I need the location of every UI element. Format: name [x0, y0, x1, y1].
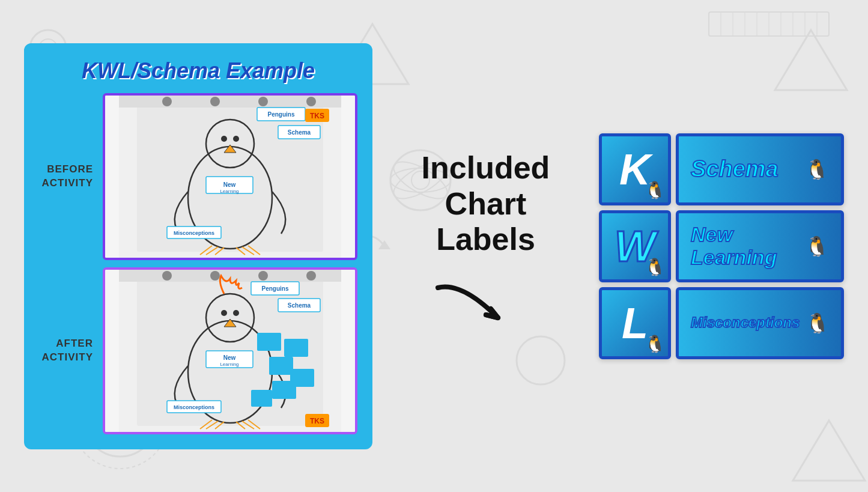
svg-point-53	[306, 271, 316, 281]
l-card: L 🐧	[599, 287, 671, 359]
svg-rect-61	[269, 357, 293, 375]
k-card: K 🐧	[599, 133, 671, 205]
misconceptions-penguin: 🐧	[806, 312, 830, 335]
new-learning-label: NewLearning	[691, 223, 777, 269]
w-card: W 🐧	[599, 210, 671, 282]
schema-penguin: 🐧	[805, 158, 829, 181]
before-activity-image: Penguins Schema New Learning Misconcepti…	[103, 93, 357, 260]
svg-text:Misconceptions: Misconceptions	[174, 230, 214, 236]
misconceptions-card: Misconceptions 🐧	[676, 287, 844, 359]
svg-text:TKS: TKS	[310, 112, 324, 120]
kwl-letters: K 🐧 W 🐧 L 🐧	[599, 133, 671, 359]
svg-text:New: New	[223, 181, 236, 188]
svg-text:Learning: Learning	[220, 362, 238, 367]
svg-text:Schema: Schema	[288, 302, 311, 309]
svg-text:New: New	[223, 354, 236, 361]
schema-card: Schema 🐧	[676, 133, 844, 205]
center-section: Included Chart Labels	[372, 150, 599, 342]
svg-text:Learning: Learning	[220, 189, 238, 194]
svg-point-28	[210, 97, 220, 106]
svg-rect-63	[272, 381, 296, 399]
new-learning-penguin: 🐧	[805, 235, 829, 258]
after-activity-image: Penguins Schema New Learning Misconcepti…	[103, 267, 357, 434]
svg-text:Penguins: Penguins	[267, 111, 294, 118]
svg-text:Schema: Schema	[288, 129, 311, 136]
after-activity-row: AFTERACTIVITY	[39, 267, 357, 434]
arrow-graphic	[426, 270, 546, 342]
svg-point-52	[258, 271, 268, 281]
before-label: BEFOREACTIVITY	[39, 163, 93, 189]
w-penguin: 🐧	[645, 257, 666, 277]
before-activity-row: BEFOREACTIVITY	[39, 93, 357, 260]
svg-text:Misconceptions: Misconceptions	[174, 404, 214, 410]
svg-point-33	[221, 136, 227, 142]
label-cards: Schema 🐧 NewLearning 🐧 Misconceptions 🐧	[676, 133, 844, 359]
svg-point-57	[233, 310, 239, 316]
svg-point-56	[221, 310, 227, 316]
svg-point-27	[162, 97, 172, 106]
svg-rect-64	[251, 390, 272, 407]
svg-point-51	[210, 271, 220, 281]
svg-rect-59	[257, 333, 281, 351]
svg-text:TKS: TKS	[310, 417, 324, 425]
misconceptions-label: Misconceptions	[691, 315, 800, 330]
left-panel: KWL/Schema Example BEFOREACTIVITY	[24, 43, 372, 449]
right-panel: K 🐧 W 🐧 L 🐧 Schema 🐧	[599, 133, 844, 359]
svg-point-34	[233, 136, 239, 142]
after-label: AFTERACTIVITY	[39, 337, 93, 363]
svg-rect-60	[284, 339, 308, 357]
schema-label: Schema	[691, 157, 778, 182]
svg-point-30	[306, 97, 316, 106]
svg-text:Penguins: Penguins	[261, 285, 288, 292]
l-penguin: 🐧	[645, 334, 666, 354]
k-penguin: 🐧	[645, 180, 666, 200]
new-learning-card: NewLearning 🐧	[676, 210, 844, 282]
panel-title: KWL/Schema Example	[39, 58, 357, 84]
svg-point-29	[258, 97, 268, 106]
included-chart-labels: Included Chart Labels	[390, 150, 581, 258]
svg-point-50	[162, 271, 172, 281]
